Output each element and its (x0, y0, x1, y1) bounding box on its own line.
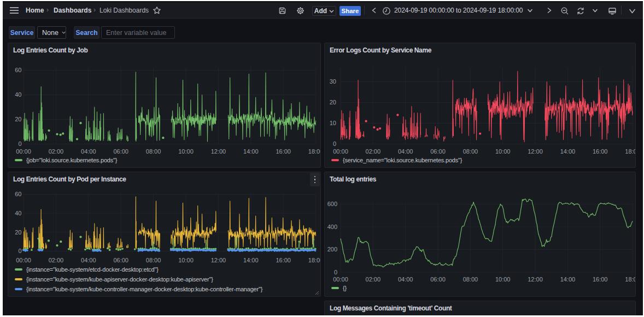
svg-text:08:00: 08:00 (463, 148, 478, 155)
svg-text:02:00: 02:00 (49, 257, 64, 263)
svg-text:14:00: 14:00 (243, 257, 259, 263)
svg-text:18:00: 18:00 (308, 148, 320, 155)
svg-text:10:00: 10:00 (178, 257, 194, 263)
svg-text:20: 20 (330, 99, 336, 105)
svg-text:16:00: 16:00 (276, 148, 291, 155)
svg-text:00:00: 00:00 (16, 148, 31, 155)
svg-text:16:00: 16:00 (276, 257, 291, 263)
svg-text:00:00: 00:00 (333, 276, 348, 283)
svg-text:18:00: 18:00 (625, 276, 635, 283)
svg-text:18:00: 18:00 (625, 148, 635, 155)
svg-text:04:00: 04:00 (398, 276, 413, 283)
svg-text:30: 30 (330, 78, 336, 85)
svg-text:04:00: 04:00 (81, 257, 96, 263)
svg-text:10:00: 10:00 (495, 276, 511, 283)
svg-text:600: 600 (327, 201, 337, 207)
svg-text:200: 200 (327, 246, 337, 253)
svg-text:0: 0 (333, 140, 336, 147)
svg-text:400: 400 (327, 224, 337, 230)
svg-text:40: 40 (15, 210, 21, 216)
svg-text:12:00: 12:00 (211, 148, 226, 155)
svg-text:14:00: 14:00 (560, 148, 576, 155)
svg-text:06:00: 06:00 (113, 257, 128, 263)
svg-text:60: 60 (15, 191, 21, 197)
svg-text:02:00: 02:00 (49, 148, 64, 155)
svg-text:10:00: 10:00 (495, 148, 511, 155)
svg-text:00:00: 00:00 (333, 148, 348, 155)
svg-text:08:00: 08:00 (146, 148, 161, 155)
svg-text:06:00: 06:00 (113, 148, 128, 155)
svg-text:08:00: 08:00 (146, 257, 161, 263)
svg-text:06:00: 06:00 (430, 148, 446, 155)
svg-text:10: 10 (330, 120, 336, 126)
svg-text:00:00: 00:00 (16, 257, 31, 263)
svg-text:18:00: 18:00 (308, 257, 320, 263)
svg-text:0: 0 (18, 140, 21, 147)
svg-text:12:00: 12:00 (528, 276, 543, 283)
svg-text:02:00: 02:00 (366, 148, 381, 155)
svg-text:14:00: 14:00 (243, 148, 259, 155)
svg-text:04:00: 04:00 (81, 148, 96, 155)
svg-text:20: 20 (15, 116, 21, 122)
svg-text:10:00: 10:00 (178, 148, 194, 155)
svg-text:0: 0 (18, 248, 21, 254)
svg-text:12:00: 12:00 (528, 148, 543, 155)
svg-text:20: 20 (15, 229, 21, 236)
svg-text:16:00: 16:00 (593, 276, 608, 283)
svg-text:0: 0 (334, 269, 337, 275)
svg-text:40: 40 (15, 91, 21, 98)
svg-text:60: 60 (15, 67, 21, 73)
svg-text:12:00: 12:00 (211, 257, 226, 263)
svg-text:14:00: 14:00 (560, 276, 576, 283)
svg-text:04:00: 04:00 (398, 148, 413, 155)
svg-text:08:00: 08:00 (463, 276, 478, 283)
svg-text:06:00: 06:00 (430, 276, 446, 283)
svg-text:02:00: 02:00 (366, 276, 381, 283)
svg-text:16:00: 16:00 (593, 148, 608, 155)
